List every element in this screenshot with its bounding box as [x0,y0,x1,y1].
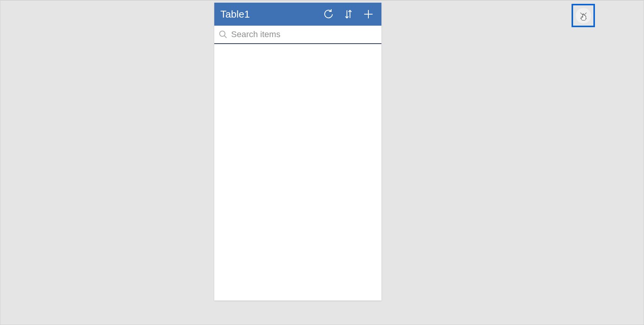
svg-point-4 [220,31,225,36]
refresh-icon [323,8,334,20]
refresh-button[interactable] [320,6,337,23]
pointer-cursor-icon [580,13,587,23]
close-circle [576,8,591,23]
list-content [214,44,381,301]
search-bar [214,26,381,44]
search-input[interactable] [231,29,377,39]
svg-line-5 [224,36,227,38]
search-icon [219,30,227,39]
add-button[interactable] [360,6,377,23]
header-actions [320,6,377,23]
plus-icon [363,9,374,20]
app-panel: Table1 [214,3,381,301]
close-preview-button[interactable] [572,4,595,27]
sort-button[interactable] [340,6,357,23]
app-header: Table1 [214,3,381,26]
app-title: Table1 [220,8,320,20]
sort-icon [343,9,354,20]
